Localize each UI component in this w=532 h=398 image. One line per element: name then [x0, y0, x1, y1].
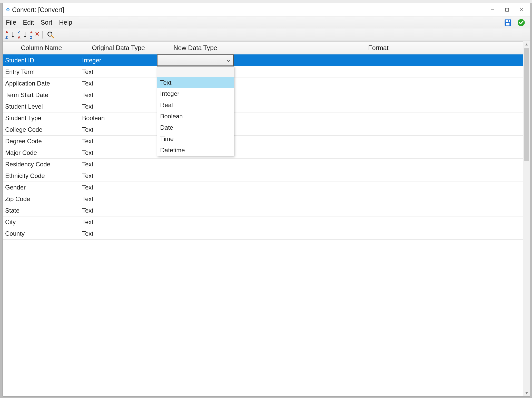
- ok-button[interactable]: [516, 18, 527, 27]
- clear-sort-button[interactable]: A Z: [29, 30, 40, 40]
- header-original-type[interactable]: Original Data Type: [80, 42, 157, 54]
- cell-format[interactable]: [234, 159, 523, 170]
- cell-column-name[interactable]: Term Start Date: [3, 89, 80, 101]
- new-type-dropdown[interactable]: TextIntegerRealBooleanDateTimeDatetime: [157, 66, 234, 156]
- cell-original-type[interactable]: Text: [80, 147, 157, 159]
- table-row[interactable]: Degree CodeText: [3, 136, 523, 147]
- cell-new-type[interactable]: [157, 228, 234, 240]
- cell-column-name[interactable]: State: [3, 205, 80, 216]
- cell-new-type[interactable]: [157, 205, 234, 216]
- menu-file[interactable]: File: [6, 19, 16, 26]
- dropdown-option-boolean[interactable]: Boolean: [157, 111, 234, 122]
- cell-format[interactable]: [234, 216, 523, 228]
- cell-original-type[interactable]: Text: [80, 89, 157, 101]
- cell-column-name[interactable]: Student ID: [3, 54, 80, 66]
- cell-column-name[interactable]: Degree Code: [3, 136, 80, 147]
- table-row[interactable]: Student LevelText: [3, 101, 523, 112]
- cell-column-name[interactable]: Ethnicity Code: [3, 170, 80, 182]
- cell-format[interactable]: [234, 89, 523, 101]
- cell-format[interactable]: [234, 101, 523, 112]
- sort-descending-button[interactable]: Z A: [17, 30, 27, 40]
- cell-original-type[interactable]: Text: [80, 205, 157, 216]
- search-button[interactable]: [45, 30, 56, 40]
- cell-column-name[interactable]: Application Date: [3, 78, 80, 89]
- table-row[interactable]: StateText: [3, 205, 523, 216]
- menu-sort[interactable]: Sort: [41, 19, 52, 26]
- table-row[interactable]: Ethnicity CodeText: [3, 170, 523, 182]
- dropdown-option-time[interactable]: Time: [157, 133, 234, 145]
- cell-new-type[interactable]: [157, 54, 234, 66]
- cell-format[interactable]: [234, 54, 523, 66]
- cell-format[interactable]: [234, 182, 523, 193]
- cell-format[interactable]: [234, 170, 523, 182]
- cell-format[interactable]: [234, 228, 523, 240]
- cell-original-type[interactable]: Text: [80, 124, 157, 136]
- table-row[interactable]: Major CodeText: [3, 147, 523, 159]
- cell-format[interactable]: [234, 205, 523, 216]
- maximize-button[interactable]: [500, 5, 514, 15]
- table-row[interactable]: College CodeText: [3, 124, 523, 136]
- cell-original-type[interactable]: Text: [80, 78, 157, 89]
- scroll-up-icon[interactable]: [523, 41, 530, 48]
- table-row[interactable]: GenderText: [3, 182, 523, 193]
- header-new-type[interactable]: New Data Type: [157, 42, 234, 54]
- cell-new-type[interactable]: [157, 193, 234, 205]
- cell-original-type[interactable]: Text: [80, 136, 157, 147]
- cell-format[interactable]: [234, 193, 523, 205]
- cell-column-name[interactable]: Residency Code: [3, 159, 80, 170]
- cell-column-name[interactable]: Zip Code: [3, 193, 80, 205]
- header-format[interactable]: Format: [234, 42, 523, 54]
- cell-new-type[interactable]: [157, 170, 234, 182]
- table-row[interactable]: Residency CodeText: [3, 159, 523, 170]
- table-row[interactable]: Student TypeBoolean: [3, 112, 523, 124]
- cell-column-name[interactable]: Entry Term: [3, 66, 80, 78]
- table-row[interactable]: Entry TermText: [3, 66, 523, 78]
- table-row[interactable]: CountyText: [3, 228, 523, 240]
- cell-original-type[interactable]: Boolean: [80, 112, 157, 124]
- dropdown-option-real[interactable]: Real: [157, 99, 234, 111]
- cell-format[interactable]: [234, 112, 523, 124]
- cell-format[interactable]: [234, 136, 523, 147]
- dropdown-option-blank[interactable]: [157, 67, 234, 77]
- cell-original-type[interactable]: Text: [80, 159, 157, 170]
- cell-format[interactable]: [234, 124, 523, 136]
- table-row[interactable]: Zip CodeText: [3, 193, 523, 205]
- cell-original-type[interactable]: Text: [80, 170, 157, 182]
- cell-original-type[interactable]: Text: [80, 228, 157, 240]
- dropdown-option-datetime[interactable]: Datetime: [157, 145, 234, 156]
- cell-new-type[interactable]: [157, 216, 234, 228]
- cell-column-name[interactable]: Student Type: [3, 112, 80, 124]
- close-button[interactable]: [514, 5, 529, 15]
- scroll-thumb[interactable]: [524, 48, 529, 161]
- minimize-button[interactable]: [486, 5, 500, 15]
- cell-column-name[interactable]: College Code: [3, 124, 80, 136]
- cell-new-type[interactable]: [157, 182, 234, 193]
- cell-column-name[interactable]: City: [3, 216, 80, 228]
- sort-ascending-button[interactable]: A Z: [4, 30, 15, 40]
- table-row[interactable]: Student IDInteger: [3, 54, 523, 66]
- table-row[interactable]: CityText: [3, 216, 523, 228]
- cell-original-type[interactable]: Text: [80, 216, 157, 228]
- cell-new-type[interactable]: [157, 159, 234, 170]
- cell-format[interactable]: [234, 78, 523, 89]
- dropdown-option-text[interactable]: Text: [157, 77, 234, 88]
- cell-format[interactable]: [234, 147, 523, 159]
- table-row[interactable]: Application DateText: [3, 78, 523, 89]
- cell-original-type[interactable]: Text: [80, 66, 157, 78]
- cell-format[interactable]: [234, 66, 523, 78]
- menu-edit[interactable]: Edit: [23, 19, 34, 26]
- cell-column-name[interactable]: Gender: [3, 182, 80, 193]
- cell-column-name[interactable]: Student Level: [3, 101, 80, 112]
- header-column-name[interactable]: Column Name: [3, 42, 80, 54]
- cell-original-type[interactable]: Text: [80, 101, 157, 112]
- scroll-down-icon[interactable]: [523, 390, 530, 396]
- cell-original-type[interactable]: Integer: [80, 54, 157, 66]
- dropdown-option-integer[interactable]: Integer: [157, 88, 234, 99]
- vertical-scrollbar[interactable]: [523, 41, 530, 396]
- new-type-combo[interactable]: [157, 54, 234, 66]
- cell-original-type[interactable]: Text: [80, 193, 157, 205]
- cell-original-type[interactable]: Text: [80, 182, 157, 193]
- table-row[interactable]: Term Start DateText: [3, 89, 523, 101]
- save-button[interactable]: [503, 18, 513, 27]
- cell-column-name[interactable]: Major Code: [3, 147, 80, 159]
